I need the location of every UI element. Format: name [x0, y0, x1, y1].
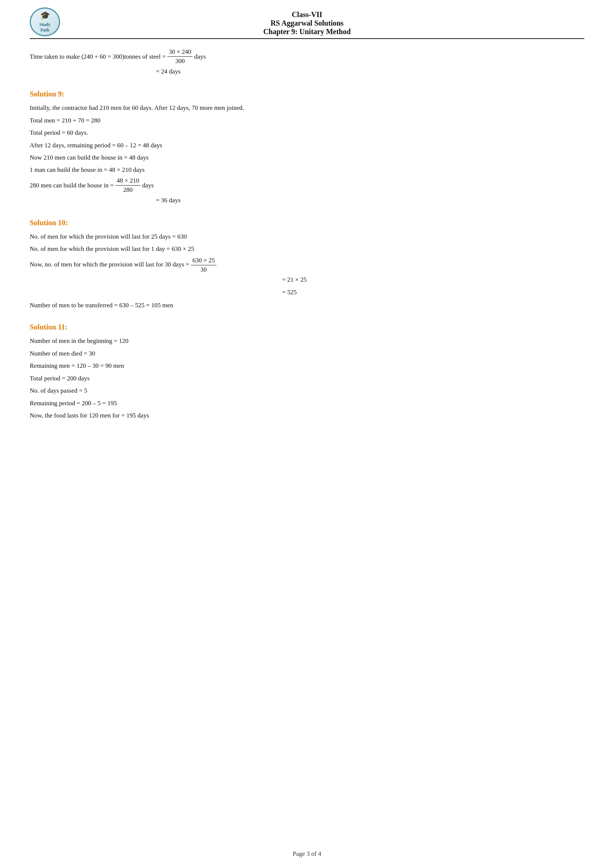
solution-9: Solution 9: Initially, the contractor ha… — [30, 90, 584, 207]
solution-10: Solution 10: No. of men for which the pr… — [30, 219, 584, 311]
header-class: Class-VII — [30, 10, 584, 19]
sol11-line6: Remaining period = 200 – 5 = 195 — [30, 397, 584, 409]
top-fraction: 30 × 240 300 — [167, 48, 193, 65]
sol11-line4: Total period = 200 days — [30, 373, 584, 384]
sol10-fraction-prefix: Now, no. of men for which the provision … — [30, 256, 189, 270]
header-divider — [30, 38, 584, 39]
sol10-numerator: 630 × 25 — [191, 256, 216, 265]
logo: 🎓 Study Path — [30, 8, 63, 37]
sol10-line2: No. of men for which the provision will … — [30, 243, 584, 254]
solution-11-heading: Solution 11: — [30, 323, 584, 332]
sol9-line2: Total men = 210 + 70 = 280 — [30, 115, 584, 126]
top-prefix: Time taken to make (240 + 60 = 300)tonne… — [30, 51, 166, 62]
sol9-fraction-line: 280 men can build the house in = 48 × 21… — [30, 177, 584, 194]
sol9-line5: Now 210 men can build the house in = 48 … — [30, 152, 584, 163]
sol9-line6: 1 man can build the house in = 48 × 210 … — [30, 164, 584, 175]
header-title: RS Aggarwal Solutions — [30, 19, 584, 28]
solution-9-heading: Solution 9: — [30, 90, 584, 98]
sol11-line5: No. of days passed = 5 — [30, 385, 584, 396]
sol9-line4: After 12 days, remaining period = 60 – 1… — [30, 140, 584, 151]
header-chapter: Chapter 9: Unitary Method — [30, 28, 584, 36]
sol11-line1: Number of men in the beginning = 120 — [30, 335, 584, 347]
sol9-fraction-suffix: days — [142, 180, 154, 191]
solution-11: Solution 11: Number of men in the beginn… — [30, 323, 584, 421]
page-label: Page 3 of 4 — [293, 850, 321, 857]
top-suffix: days — [194, 51, 206, 62]
sol11-line7: Now, the food lasts for 120 men for = 19… — [30, 410, 584, 421]
logo-text2: Path — [40, 28, 50, 33]
sol9-fraction-prefix: 280 men can build the house in = — [30, 180, 113, 191]
logo-circle: 🎓 Study Path — [30, 8, 60, 36]
sol9-numerator: 48 × 210 — [115, 177, 141, 186]
page-footer: Page 3 of 4 — [0, 850, 614, 858]
top-section: Time taken to make (240 + 60 = 300)tonne… — [30, 48, 584, 78]
sol9-line3: Total period = 60 days. — [30, 127, 584, 138]
solution-10-heading: Solution 10: — [30, 219, 584, 227]
logo-text: Study — [39, 22, 51, 28]
sol11-line3: Remaining men = 120 – 30 = 90 men — [30, 360, 584, 372]
sol9-result: = 36 days — [156, 194, 584, 207]
page-header: 🎓 Study Path Class-VII RS Aggarwal Solut… — [30, 0, 584, 48]
sol10-results: = 21 × 25 = 525 — [282, 274, 584, 298]
sol11-line2: Number of men died = 30 — [30, 348, 584, 359]
sol10-fraction-line: Now, no. of men for which the provision … — [30, 256, 584, 274]
sol10-result1: = 21 × 25 — [282, 274, 584, 285]
sol10-last: Number of men to be transferred = 630 – … — [30, 299, 584, 311]
sol10-result2: = 525 — [282, 287, 584, 298]
top-numerator: 30 × 240 — [167, 48, 193, 57]
sol9-fraction: 48 × 210 280 — [115, 177, 141, 194]
top-fraction-line: Time taken to make (240 + 60 = 300)tonne… — [30, 48, 584, 65]
sol9-line1: Initially, the contractor had 210 men fo… — [30, 102, 584, 113]
top-result: = 24 days — [156, 65, 584, 78]
top-denominator: 300 — [174, 57, 186, 65]
sol10-line1: No. of men for which the provision will … — [30, 231, 584, 242]
sol10-fraction: 630 × 25 30 — [191, 256, 216, 274]
sol10-denominator: 30 — [199, 265, 208, 274]
sol9-denominator: 280 — [122, 186, 134, 194]
